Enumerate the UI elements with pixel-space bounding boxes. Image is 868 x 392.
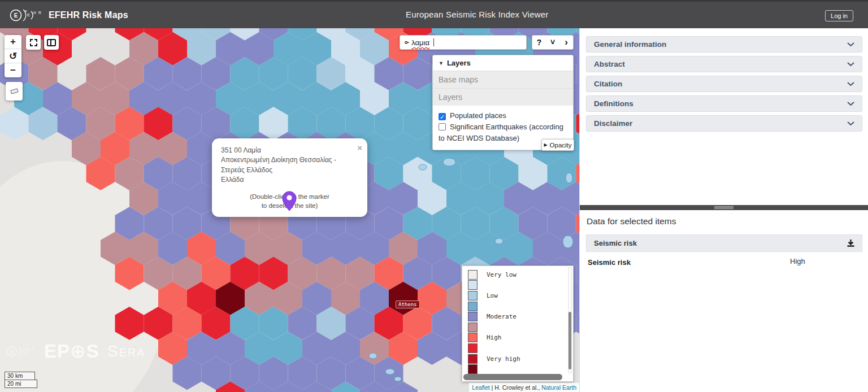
legend-row	[468, 280, 520, 291]
legend-swatch	[468, 302, 478, 311]
water-body	[495, 238, 503, 244]
accordion-citation[interactable]: Citation	[586, 76, 862, 92]
zoom-control: + ↺ −	[5, 35, 21, 77]
layers-panel-header[interactable]: ▼ Layers	[433, 55, 573, 71]
water-body	[419, 164, 427, 170]
athens-place-label[interactable]: Athens	[396, 300, 420, 308]
zoom-out-button[interactable]: −	[5, 63, 21, 77]
legend-swatch	[468, 333, 478, 342]
splitter-grip-icon	[714, 206, 734, 210]
chevron-down-icon	[847, 102, 854, 106]
right-sidebar: General informationAbstractCitationDefin…	[579, 28, 868, 392]
panel-splitter[interactable]	[580, 205, 868, 210]
base-maps-section[interactable]: Base maps	[433, 71, 573, 88]
download-button[interactable]	[844, 237, 857, 250]
measure-button[interactable]	[6, 82, 23, 101]
measure-icon	[10, 88, 19, 94]
login-button[interactable]: Log in	[825, 10, 853, 21]
data-section-title: Data for selected items	[587, 216, 676, 227]
svg-text:R: R	[32, 347, 34, 351]
chevron-down-icon	[847, 82, 854, 86]
water-body	[563, 236, 573, 248]
efehr-watermark-icon: E E H R	[5, 343, 36, 359]
search-go-button[interactable]: ›	[559, 36, 573, 49]
svg-text:E: E	[27, 12, 30, 18]
legend-swatch	[468, 343, 478, 353]
legend-swatch	[468, 280, 478, 290]
chevron-down-icon	[847, 62, 854, 67]
svg-text:E: E	[14, 12, 18, 19]
search-input[interactable]: λαμια	[411, 38, 429, 47]
legend-horizontal-scrollbar[interactable]	[463, 374, 566, 380]
legend-row: Low	[468, 290, 520, 301]
water-body	[385, 369, 394, 374]
legend-swatch	[468, 270, 478, 280]
accordion-label: General information	[594, 40, 666, 49]
legend-row: Very high	[468, 354, 520, 364]
risk-row-value: High	[790, 257, 805, 265]
right-triangle-icon: ▶	[544, 142, 547, 147]
accordion-label: Definitions	[594, 99, 633, 108]
accordion-label: Abstract	[594, 60, 625, 68]
legend-row: Moderate	[468, 311, 520, 322]
layers-section[interactable]: Layers	[433, 88, 573, 106]
split-view-button[interactable]	[44, 35, 59, 50]
map-canvas[interactable]: Athens × 351 00 Λαμία Αποκεντρωμένη Διοί…	[0, 28, 579, 392]
text-caret	[433, 38, 434, 46]
search-collapse-button[interactable]: ˅	[546, 36, 559, 49]
natural-earth-link[interactable]: Natural Earth	[541, 384, 576, 391]
scale-mi: 20 mi	[5, 380, 37, 388]
search-bar[interactable]: ⌕ λαμια	[400, 35, 527, 50]
logo-watermarks: E E H R EP⊕S Sera	[5, 340, 146, 362]
top-header: E F E H R EFEHR Risk Maps European Seism…	[0, 0, 868, 28]
accordion-general-information[interactable]: General information	[586, 36, 862, 53]
legend-row	[468, 301, 520, 312]
svg-text:R: R	[38, 11, 41, 15]
popup-region-line: Αποκεντρωμένη Διοίκηση Θεσσαλίας - Στερε…	[221, 155, 358, 175]
fullscreen-button[interactable]	[26, 35, 41, 50]
legend-swatch	[468, 354, 478, 364]
legend-label: High	[487, 334, 502, 341]
collapse-triangle-icon: ▼	[439, 60, 444, 66]
efehr-logo-icon: E F E H R	[8, 7, 43, 24]
legend-row	[468, 364, 520, 374]
page-title: European Seismic Risk Index Viewer	[406, 10, 548, 19]
info-accordion: General informationAbstractCitationDefin…	[586, 36, 862, 135]
opacity-button[interactable]: ▶ Opacity	[541, 139, 574, 151]
reset-rotation-button[interactable]: ↺	[5, 49, 21, 63]
close-icon[interactable]: ×	[357, 142, 362, 154]
columns-icon	[47, 39, 56, 46]
zoom-in-button[interactable]: +	[5, 35, 21, 49]
legend-row: High	[468, 333, 520, 343]
search-help-button[interactable]: ?	[532, 36, 546, 49]
accordion-definitions[interactable]: Definitions	[586, 95, 862, 112]
legend-label: Low	[487, 292, 498, 299]
water-body	[443, 158, 455, 166]
layer-checkbox-label: Populated places	[450, 111, 506, 120]
legend-row: Very low	[468, 269, 520, 280]
accordion-disclaimer[interactable]: Disclaimer	[586, 115, 862, 132]
leaflet-link[interactable]: Leaflet	[472, 384, 490, 391]
epos-globe-icon: ⊕	[70, 341, 86, 361]
legend-label: Very high	[487, 355, 520, 363]
unchecked-checkbox-icon[interactable]	[439, 123, 446, 130]
scale-control: 30 km 20 mi	[5, 372, 37, 388]
checked-checkbox-icon[interactable]: ✓	[439, 113, 446, 120]
legend-label: Moderate	[487, 313, 517, 320]
accordion-abstract[interactable]: Abstract	[586, 56, 862, 72]
svg-text:E: E	[10, 349, 14, 354]
accordion-label: Citation	[594, 80, 622, 88]
site-marker-pin[interactable]	[282, 191, 297, 214]
legend-vertical-scrollbar[interactable]	[568, 267, 572, 373]
scale-km: 30 km	[5, 372, 35, 380]
chevron-down-icon	[847, 121, 854, 126]
seismic-risk-group-header[interactable]: Seismic risk	[586, 234, 862, 252]
accordion-label: Disclaimer	[594, 119, 632, 128]
legend-row	[468, 343, 520, 354]
water-body	[566, 173, 572, 183]
layer-checkbox-0[interactable]: ✓Populated places	[439, 110, 567, 121]
legend-swatch	[468, 291, 478, 300]
legend-row	[468, 322, 520, 333]
legend-swatch	[468, 364, 478, 374]
epos-logo: EP⊕S	[44, 340, 99, 362]
